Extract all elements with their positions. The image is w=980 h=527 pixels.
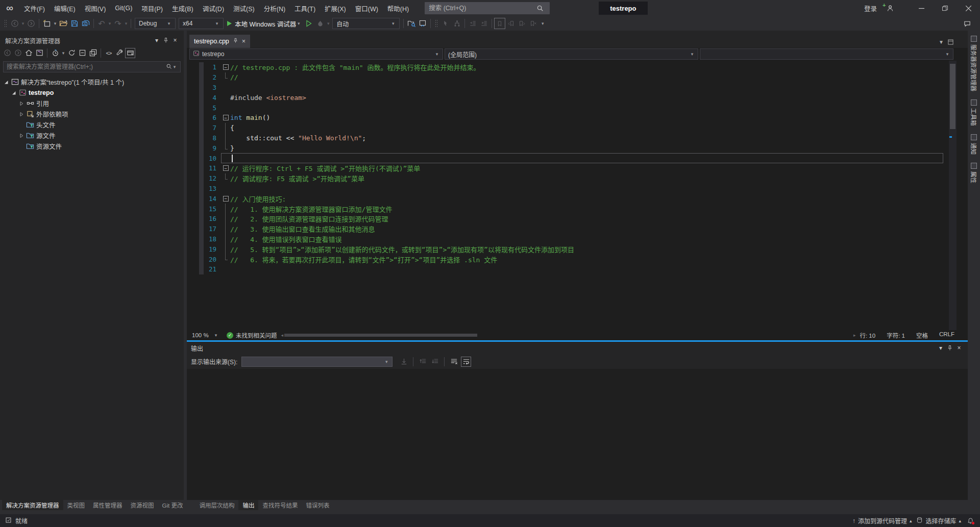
tree-item[interactable]: 头文件 <box>0 119 184 130</box>
clear-all-icon[interactable] <box>449 357 459 367</box>
toolbar-grip[interactable] <box>4 19 7 28</box>
pin-icon[interactable] <box>233 38 238 45</box>
code-line[interactable]: 14−// 入门使用技巧: <box>187 193 968 204</box>
tree-item[interactable]: 源文件 <box>0 130 184 141</box>
forward-icon[interactable] <box>13 48 23 58</box>
next-message-icon[interactable] <box>430 357 440 367</box>
scrollbar-thumb[interactable] <box>284 334 477 337</box>
active-files-dropdown-icon[interactable]: ▼ <box>939 39 944 46</box>
add-to-source-control-button[interactable]: ↑ 添加到源代码管理 ▴ <box>852 516 912 525</box>
expander-icon[interactable] <box>17 112 26 117</box>
active-solution-chip[interactable]: testrepo <box>599 2 647 15</box>
code-line[interactable]: 18// 4. 使用错误列表窗口查看错误 <box>187 234 968 244</box>
menu-item[interactable]: Git(G) <box>110 0 137 16</box>
jump-to-message-icon[interactable] <box>399 357 409 367</box>
scrollbar-track[interactable] <box>284 333 852 337</box>
minimize-button[interactable] <box>910 0 933 16</box>
close-icon[interactable]: × <box>954 343 964 353</box>
float-window-icon[interactable] <box>948 39 953 46</box>
nav-forward-icon[interactable] <box>26 18 37 29</box>
health-status-label[interactable]: 未找到相关问题 <box>236 331 277 339</box>
menu-item[interactable]: 工具(T) <box>290 0 320 16</box>
fold-end-icon[interactable] <box>221 254 230 264</box>
menu-item[interactable]: 文件(F) <box>19 0 50 16</box>
close-icon[interactable]: × <box>242 38 246 45</box>
fold-end-icon[interactable] <box>221 72 230 83</box>
code-line[interactable]: 11−// 运行程序: Ctrl + F5 或调试 >“开始执行(不调试)”菜单 <box>187 163 968 173</box>
tool-window-tab[interactable]: 解决方案资源管理器 <box>2 500 63 510</box>
view-code-icon[interactable]: <> <box>104 48 114 58</box>
code-line[interactable]: 6−int main() <box>187 113 968 123</box>
menu-item[interactable]: 生成(B) <box>167 0 198 16</box>
chevron-down-icon[interactable]: ▾ <box>61 51 66 56</box>
code-line[interactable]: 21 <box>187 264 968 274</box>
select-repository-button[interactable]: 选择存储库 ▴ <box>916 516 961 525</box>
previous-message-icon[interactable] <box>418 357 428 367</box>
code-line[interactable]: 13 <box>187 184 968 194</box>
fold-box-icon[interactable]: − <box>221 113 230 123</box>
open-folder-icon[interactable] <box>58 18 69 29</box>
undo-dropdown-icon[interactable]: ▾ <box>107 21 112 26</box>
tree-item[interactable]: 引用 <box>0 98 184 109</box>
member-scope-combo[interactable]: ▾ <box>700 48 953 60</box>
fold-bar-icon[interactable] <box>221 224 230 234</box>
menu-item[interactable]: 帮助(H) <box>383 0 413 16</box>
code-line[interactable]: 8 std::cout << "Hello World!\n"; <box>187 133 968 143</box>
menu-item[interactable]: 扩展(X) <box>320 0 351 16</box>
fold-bar-icon[interactable] <box>221 214 230 224</box>
code-line[interactable]: 4#include <iostream> <box>187 92 968 103</box>
output-source-combo[interactable]: ▾ <box>241 357 393 367</box>
code-editor[interactable]: 1−// testrepo.cpp : 此文件包含 "main" 函数。程序执行… <box>187 61 968 330</box>
menu-item[interactable]: 调试(D) <box>198 0 229 16</box>
undo-icon[interactable]: ↶ <box>96 18 107 29</box>
zoom-level-combo[interactable]: 100 % ▾ <box>189 332 222 338</box>
collapse-region-icon[interactable]: − <box>223 165 229 171</box>
tree-item[interactable]: 外部依赖项 <box>0 109 184 119</box>
redo-dropdown-icon[interactable]: ▾ <box>124 21 129 26</box>
attach-combo[interactable]: 自动 ▾ <box>332 18 400 29</box>
pending-changes-filter-icon[interactable] <box>50 48 60 58</box>
code-line[interactable]: 9} <box>187 143 968 153</box>
menu-item[interactable]: 分析(N) <box>259 0 290 16</box>
side-tab-properties[interactable]: 属性 <box>970 163 978 183</box>
solution-explorer-title-bar[interactable]: 解决方案资源管理器 ▾ × <box>0 31 184 46</box>
vertical-scrollbar[interactable] <box>949 61 957 330</box>
save-all-icon[interactable] <box>80 18 91 29</box>
toolbar-grip[interactable] <box>435 19 438 28</box>
solution-search-input[interactable] <box>7 63 166 70</box>
new-project-icon[interactable] <box>41 18 53 29</box>
tool-window-tab[interactable]: Git 更改 <box>158 500 187 510</box>
output-title-bar[interactable]: 输出 ▾ × <box>187 342 968 354</box>
refresh-icon[interactable] <box>66 48 77 58</box>
hot-reload-icon[interactable] <box>314 18 326 29</box>
side-tab-server-explorer[interactable]: 服务器资源管理器 <box>970 36 978 91</box>
menu-item[interactable]: 视图(V) <box>80 0 111 16</box>
collapse-region-icon[interactable]: − <box>223 64 229 70</box>
indent-icon[interactable] <box>478 18 489 29</box>
collapse-region-icon[interactable]: − <box>223 196 229 202</box>
scroll-left-icon[interactable]: ◂ <box>281 333 284 338</box>
code-line[interactable]: 2// <box>187 72 968 83</box>
tool-window-tab[interactable]: 资源视图 <box>127 500 158 510</box>
outdent-icon[interactable] <box>467 18 478 29</box>
hot-reload-dropdown-icon[interactable]: ▾ <box>326 21 331 26</box>
code-line[interactable]: 15// 1. 使用解决方案资源管理器窗口添加/管理文件 <box>187 204 968 214</box>
collapse-all-icon[interactable] <box>77 48 87 58</box>
fold-bar-icon[interactable] <box>221 133 230 143</box>
redo-icon[interactable]: ↷ <box>112 18 124 29</box>
previous-bookmark-icon[interactable] <box>505 18 517 29</box>
side-tab-notifications[interactable]: 通知 <box>970 134 978 155</box>
find-in-files-icon[interactable] <box>406 18 417 29</box>
horizontal-scrollbar[interactable]: ◂ ▸ <box>281 333 856 338</box>
code-line[interactable]: 7{ <box>187 123 968 133</box>
expander-icon[interactable] <box>17 101 26 106</box>
menu-item[interactable]: 项目(P) <box>137 0 167 16</box>
restore-button[interactable] <box>933 0 957 16</box>
output-log-area[interactable] <box>187 369 968 500</box>
collapse-region-icon[interactable]: − <box>223 115 229 120</box>
side-tab-toolbox[interactable]: 工具箱 <box>970 99 978 126</box>
fold-end-icon[interactable] <box>221 143 230 153</box>
project-scope-combo[interactable]: testrepo ▾ <box>189 48 443 60</box>
code-line[interactable]: 10 <box>187 153 968 163</box>
pin-icon[interactable] <box>161 36 170 45</box>
